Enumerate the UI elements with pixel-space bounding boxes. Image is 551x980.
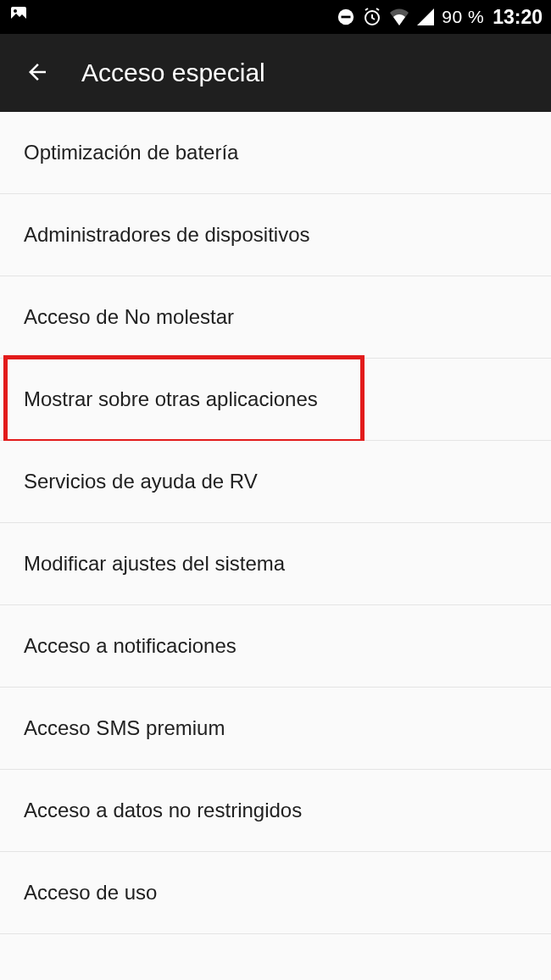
item-usage-access[interactable]: Acceso de uso [0, 852, 551, 934]
list-item-label: Acceso a notificaciones [24, 634, 237, 658]
status-left [8, 4, 29, 30]
list-item-label: Optimización de batería [24, 141, 238, 164]
wifi-icon [389, 8, 409, 26]
status-bar: 90 % 13:20 [0, 0, 551, 34]
clock-time: 13:20 [493, 6, 543, 29]
item-vr-helper-services[interactable]: Servicios de ayuda de RV [0, 441, 551, 523]
app-bar: Acceso especial [0, 34, 551, 112]
do-not-disturb-icon [337, 8, 355, 26]
cell-signal-icon [416, 8, 435, 26]
item-battery-optimization[interactable]: Optimización de batería [0, 112, 551, 194]
list-item-label: Modificar ajustes del sistema [24, 552, 285, 576]
item-notification-access[interactable]: Acceso a notificaciones [0, 605, 551, 688]
list-item-label: Administradores de dispositivos [24, 223, 310, 247]
list-item-label: Acceso a datos no restringidos [24, 799, 302, 822]
list-item-label: Mostrar sobre otras aplicaciones [24, 387, 318, 411]
list-item-label: Acceso de No molestar [24, 305, 234, 329]
image-icon [8, 4, 29, 30]
alarm-icon [362, 7, 382, 27]
arrow-back-icon [25, 59, 50, 87]
settings-list: Optimización de batería Administradores … [0, 112, 551, 980]
status-right: 90 % 13:20 [337, 6, 543, 29]
item-dnd-access[interactable]: Acceso de No molestar [0, 276, 551, 359]
item-device-admins[interactable]: Administradores de dispositivos [0, 194, 551, 276]
screen: 90 % 13:20 Acceso especial Optimización … [0, 0, 551, 980]
svg-point-1 [14, 9, 17, 13]
battery-percent: 90 % [442, 7, 484, 27]
list-item-label: Servicios de ayuda de RV [24, 470, 258, 493]
item-premium-sms-access[interactable]: Acceso SMS premium [0, 688, 551, 770]
list-item-label: Acceso SMS premium [24, 716, 225, 740]
item-display-over-apps[interactable]: Mostrar sobre otras aplicaciones [0, 359, 551, 441]
item-unrestricted-data-access[interactable]: Acceso a datos no restringidos [0, 770, 551, 852]
list-item-label: Acceso de uso [24, 881, 157, 905]
svg-rect-3 [342, 16, 351, 19]
page-title: Acceso especial [81, 58, 265, 87]
item-modify-system-settings[interactable]: Modificar ajustes del sistema [0, 523, 551, 605]
back-button[interactable] [17, 53, 58, 93]
